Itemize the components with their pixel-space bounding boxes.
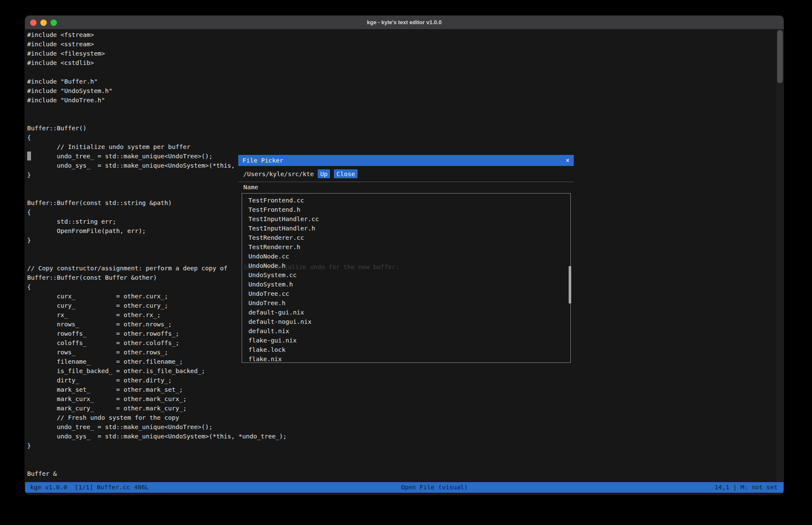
code-line: mark_set_ = other.mark_set_; [27, 385, 776, 394]
code-line [27, 105, 776, 114]
file-picker-path-row: /Users/kyle/src/kte Up Close [243, 169, 358, 179]
code-line: #include "Buffer.h" [27, 77, 776, 86]
minimize-window-button[interactable] [40, 20, 47, 26]
editor-scrollbar-thumb[interactable] [777, 30, 783, 83]
file-list-item[interactable]: default.nix [248, 326, 570, 336]
code-line: #include <fstream> [27, 30, 776, 39]
file-list-item[interactable]: UndoTree.h [248, 298, 570, 308]
file-picker-titlebar[interactable]: File Picker × [238, 155, 574, 166]
code-line: // Fresh undo system for the copy [27, 413, 776, 422]
file-list-item[interactable]: TestFrontend.cc [248, 196, 570, 205]
code-line: is_file_backed_ = other.is_file_backed_; [27, 366, 776, 376]
file-list-item[interactable]: flake-gui.nix [248, 336, 570, 345]
file-list-item[interactable]: flake.lock [248, 345, 570, 354]
code-line: { [27, 133, 776, 142]
code-line [27, 450, 776, 460]
text-cursor [27, 152, 31, 160]
path-display: /Users/kyle/src/kte [243, 169, 314, 179]
window-title: kge - kyle's text editor v1.0.0 [367, 19, 442, 25]
code-line: #include <filesystem> [27, 49, 776, 58]
code-line: #include <cstdlib> [27, 58, 776, 67]
name-column-header: Name [243, 182, 258, 192]
file-picker-dialog: File Picker × ids: reinitialize undo for… [238, 155, 574, 365]
code-line: #include "UndoTree.h" [27, 95, 776, 105]
file-list-item[interactable]: TestRenderer.cc [248, 233, 570, 242]
code-line [27, 114, 776, 124]
code-line: dirty_ = other.dirty_; [27, 376, 776, 385]
code-line: Buffer & [27, 469, 776, 478]
file-list-item[interactable]: TestInputHandler.h [248, 224, 570, 233]
close-button[interactable]: Close [334, 169, 358, 178]
file-list-item[interactable]: UndoNode.cc [248, 252, 570, 261]
window-titlebar[interactable]: kge - kyle's text editor v1.0.0 [25, 16, 784, 29]
dialog-separator [238, 182, 574, 182]
file-list[interactable]: TestFrontend.ccTestFrontend.hTestInputHa… [242, 193, 571, 363]
editor-scrollbar[interactable] [776, 29, 784, 482]
editor-window: kge - kyle's text editor v1.0.0 #include… [25, 16, 784, 494]
close-icon[interactable]: × [566, 156, 570, 165]
file-list-item[interactable]: default-gui.nix [248, 308, 570, 317]
code-line [27, 67, 776, 77]
code-line: #include <sstream> [27, 39, 776, 49]
desktop: { "colors": { "accent_blue": "#2a6bcc", … [0, 0, 812, 525]
file-list-item[interactable]: UndoSystem.cc [248, 270, 570, 280]
status-left: kge v1.0.0 [1/1] Buffer.cc 486L [30, 482, 149, 493]
status-cursor-position: 14,1 | M: not set [715, 482, 778, 493]
zoom-window-button[interactable] [51, 20, 57, 26]
code-line: // Initialize undo system per buffer [27, 142, 776, 152]
file-list-item[interactable]: TestRenderer.h [248, 242, 570, 252]
file-list-scrollbar-thumb[interactable] [569, 266, 571, 303]
code-line: #include "UndoSystem.h" [27, 86, 776, 95]
file-list-item[interactable]: flake.nix [248, 354, 570, 363]
code-line [27, 460, 776, 469]
code-line: mark_curx_ = other.mark_curx_; [27, 394, 776, 404]
code-line: Buffer::Buffer() [27, 124, 776, 133]
file-list-item[interactable]: TestFrontend.h [248, 205, 570, 214]
traffic-lights [30, 16, 57, 29]
file-picker-title: File Picker [242, 156, 283, 165]
file-list-item[interactable]: TestInputHandler.cc [248, 214, 570, 224]
code-line: mark_cury_ = other.mark_cury_; [27, 404, 776, 413]
close-window-button[interactable] [30, 20, 37, 26]
file-list-item[interactable]: default-nogui.nix [248, 317, 570, 326]
code-line: undo_sys_ = std::make_unique<UndoSystem>… [27, 432, 776, 441]
code-line: undo_tree_ = std::make_unique<UndoTree>(… [27, 422, 776, 432]
file-list-item[interactable]: UndoTree.cc [248, 289, 570, 298]
file-list-item[interactable]: UndoSystem.h [248, 280, 570, 289]
code-line: } [27, 441, 776, 450]
status-mode: Open File (visual) [401, 482, 468, 493]
file-list-item[interactable]: UndoNode.h [248, 261, 570, 270]
status-bar: kge v1.0.0 [1/1] Buffer.cc 486L Open Fil… [25, 482, 784, 493]
up-button[interactable]: Up [318, 169, 330, 178]
